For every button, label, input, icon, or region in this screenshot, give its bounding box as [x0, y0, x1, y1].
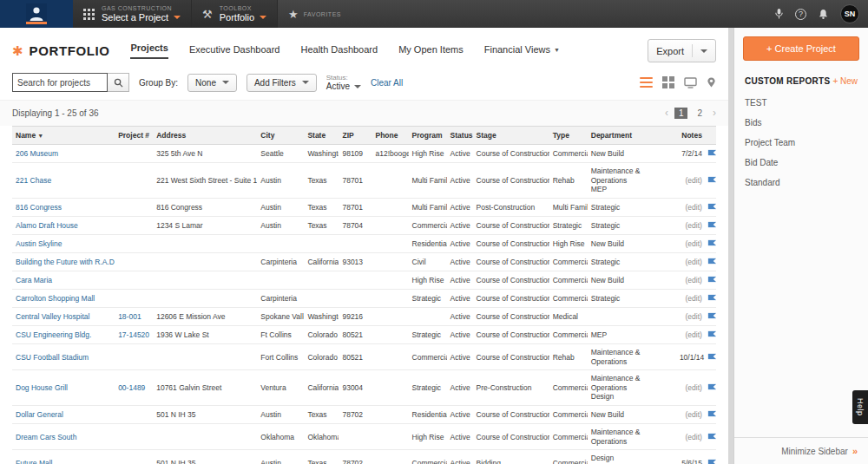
notes-link[interactable]: (edit)	[686, 258, 702, 266]
column-header-type[interactable]: Type	[549, 127, 588, 145]
tab-health-dashboard[interactable]: Health Dashboard	[300, 44, 378, 59]
notes-link[interactable]: (edit)	[686, 330, 702, 339]
bookmark-flag-icon[interactable]	[707, 239, 716, 245]
column-header-program[interactable]: Program	[409, 127, 447, 145]
tab-executive-dashboard[interactable]: Executive Dashboard	[189, 44, 280, 59]
column-header-stage[interactable]: Stage	[473, 127, 549, 145]
column-header-department[interactable]: Department	[588, 127, 676, 145]
page-number-1[interactable]: 1	[674, 108, 688, 119]
project-name-link[interactable]: 221 Chase	[16, 176, 51, 185]
notifications-bell-icon[interactable]	[818, 9, 829, 20]
custom-report-standard[interactable]: Standard	[743, 173, 859, 193]
column-header-notes[interactable]: Notes	[676, 127, 706, 145]
project-name-link[interactable]: Cara Maria	[16, 276, 52, 284]
notes-link[interactable]: (edit)	[686, 383, 702, 392]
bookmark-flag-icon[interactable]	[707, 353, 716, 359]
bookmark-flag-icon[interactable]	[707, 176, 716, 182]
status-filter[interactable]: Status: Active	[326, 74, 361, 92]
notes-link[interactable]: (edit)	[686, 294, 702, 303]
notes-link[interactable]: 5/6/15	[681, 459, 702, 464]
notes-link[interactable]: (edit)	[686, 433, 702, 441]
user-avatar[interactable]: SN	[840, 4, 859, 23]
custom-report-project-team[interactable]: Project Team	[743, 133, 859, 153]
microphone-icon[interactable]	[774, 8, 784, 20]
custom-report-bids[interactable]: Bids	[743, 113, 859, 133]
bookmark-flag-icon[interactable]	[707, 294, 716, 300]
notes-link[interactable]: (edit)	[686, 221, 702, 230]
column-header-zip[interactable]: ZIP	[339, 127, 372, 145]
tab-projects[interactable]: Projects	[130, 42, 168, 59]
new-report-link[interactable]: + New	[832, 76, 858, 86]
page-number-2[interactable]: 2	[693, 108, 707, 119]
bookmark-flag-icon[interactable]	[707, 150, 716, 156]
bookmark-flag-icon[interactable]	[707, 411, 716, 417]
notes-link[interactable]: (edit)	[686, 239, 702, 248]
group-by-select[interactable]: None	[187, 74, 237, 92]
map-view-icon[interactable]	[707, 76, 716, 88]
next-page-icon[interactable]: ›	[713, 107, 716, 119]
minimize-sidebar-button[interactable]: Minimize Sidebar »	[734, 437, 868, 464]
notes-link[interactable]: (edit)	[686, 176, 702, 185]
notes-link[interactable]: 10/1/14	[680, 353, 704, 362]
project-name-link[interactable]: Alamo Draft House	[16, 221, 78, 230]
export-button[interactable]: Export	[648, 39, 716, 62]
column-header-status[interactable]: Status	[447, 127, 473, 145]
toolbox-dropdown[interactable]: ⚒ TOOLBOX Portfolio	[192, 0, 278, 28]
bookmark-flag-icon[interactable]	[707, 312, 716, 318]
page-body: ✱ PORTFOLIO ProjectsExecutive DashboardH…	[0, 28, 868, 464]
bookmark-flag-icon[interactable]	[707, 330, 716, 337]
bookmark-flag-icon[interactable]	[707, 433, 716, 439]
notes-link[interactable]: 7/2/14	[681, 149, 702, 158]
bookmark-flag-icon[interactable]	[707, 258, 716, 264]
project-name-link[interactable]: Future Mall	[16, 459, 53, 464]
column-header-address[interactable]: Address	[153, 127, 257, 145]
add-filters-button[interactable]: Add Filters	[247, 74, 317, 92]
project-number-link[interactable]: 18-001	[118, 312, 141, 321]
search-input[interactable]	[12, 73, 108, 92]
project-name-link[interactable]: CSU Engineering Bldg.	[16, 330, 91, 339]
column-header-city[interactable]: City	[257, 127, 304, 145]
project-name-link[interactable]: Austin Skyline	[16, 239, 62, 248]
notes-link[interactable]: (edit)	[686, 312, 702, 321]
project-name-link[interactable]: 206 Museum	[16, 149, 58, 158]
company-logo[interactable]	[0, 0, 73, 28]
bookmark-flag-icon[interactable]	[707, 459, 716, 464]
custom-report-test[interactable]: TEST	[743, 93, 859, 113]
column-header-state[interactable]: State	[304, 127, 339, 145]
bookmark-flag-icon[interactable]	[707, 203, 716, 209]
bookmark-flag-icon[interactable]	[707, 221, 716, 227]
column-header-name[interactable]: Name▼	[12, 127, 115, 145]
search-button[interactable]	[108, 73, 129, 92]
monitor-view-icon[interactable]	[684, 77, 697, 88]
create-project-button[interactable]: + Create Project	[743, 36, 859, 61]
tab-financial-views[interactable]: Financial Views▼	[484, 44, 560, 59]
help-tab[interactable]: Help	[852, 390, 868, 424]
notes-link[interactable]: (edit)	[686, 276, 702, 284]
notes-link[interactable]: (edit)	[686, 410, 702, 419]
project-number-link[interactable]: 00-1489	[118, 383, 145, 392]
column-header-project[interactable]: Project #	[115, 127, 153, 145]
project-name-link[interactable]: CSU Football Stadium	[16, 353, 89, 362]
project-name-link[interactable]: Central Valley Hospital	[16, 312, 89, 321]
clear-all-link[interactable]: Clear All	[371, 78, 403, 88]
column-header-phone[interactable]: Phone	[372, 127, 408, 145]
help-icon[interactable]: ?	[795, 9, 806, 20]
bookmark-flag-icon[interactable]	[707, 276, 716, 282]
bookmark-flag-icon[interactable]	[707, 384, 716, 390]
project-selector-dropdown[interactable]: GAS CONSTRUCTION Select a Project	[73, 0, 192, 28]
project-name-link[interactable]: 816 Congress	[16, 203, 62, 212]
project-name-link[interactable]: Building the Future with R.A.D.	[16, 258, 115, 266]
custom-report-bid-date[interactable]: Bid Date	[743, 153, 859, 173]
grid-view-icon[interactable]	[662, 76, 674, 88]
project-number-link[interactable]: 17-14520	[118, 330, 149, 339]
list-view-icon[interactable]	[640, 77, 653, 88]
project-name-link[interactable]: Carrolton Shopping Mall	[16, 294, 95, 303]
notes-link[interactable]: (edit)	[686, 203, 702, 212]
project-name-link[interactable]: Dream Cars South	[16, 433, 76, 441]
tab-my-open-items[interactable]: My Open Items	[398, 44, 464, 59]
cell-notes: (edit)	[676, 234, 706, 252]
project-name-link[interactable]: Dollar General	[16, 410, 63, 419]
project-name-link[interactable]: Dog House Grill	[16, 383, 68, 392]
favorites-menu[interactable]: ★ FAVORITES	[278, 0, 352, 28]
prev-page-icon[interactable]: ‹	[665, 107, 668, 119]
